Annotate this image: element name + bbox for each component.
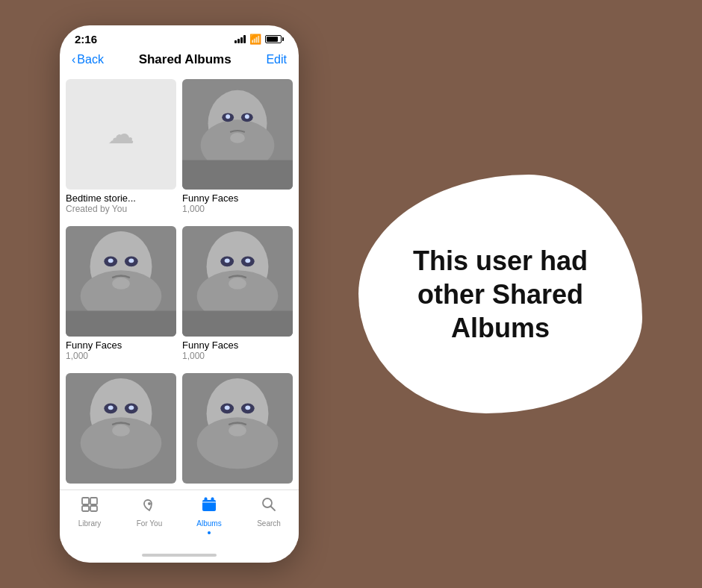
svg-rect-50 [211,498,214,501]
svg-rect-48 [202,500,216,511]
home-bar [142,554,217,557]
baby-face-svg-3 [182,226,293,337]
album-item[interactable]: ☁ Bedtime storie... Created by You [66,79,176,220]
tab-library[interactable]: Library [60,496,119,534]
search-icon [260,496,278,517]
svg-point-32 [108,405,114,410]
album-sub: 1,000 [66,351,176,361]
svg-point-33 [128,405,134,410]
svg-point-47 [148,502,151,505]
nav-bar: ‹ Back Shared Albums Edit [60,49,299,73]
album-thumbnail-empty: ☁ [66,79,176,190]
svg-point-24 [245,258,250,263]
tab-for-you[interactable]: For You [119,496,179,534]
album-item[interactable] [182,373,293,490]
album-sub: 1,000 [182,204,293,214]
tab-search-label: Search [257,519,281,528]
svg-point-42 [229,425,246,437]
svg-rect-8 [182,160,293,190]
albums-grid: ☁ Bedtime storie... Created by You [60,73,299,490]
album-item[interactable]: Funny Faces 1,000 [66,226,176,367]
tab-albums[interactable]: Albums [179,496,239,534]
album-thumbnail [66,373,176,484]
page-title: Shared Albums [139,52,232,67]
svg-point-23 [225,258,230,263]
svg-line-52 [271,507,276,511]
blob-text: This user had other Shared Albums [381,244,620,345]
svg-point-34 [112,425,130,437]
svg-rect-26 [182,310,293,337]
back-button[interactable]: ‹ Back [72,53,104,66]
tab-for-you-label: For You [137,519,162,528]
album-item[interactable] [66,373,176,490]
album-item[interactable]: Funny Faces 1,000 [182,226,293,367]
album-thumbnail [182,79,293,190]
album-item[interactable]: Funny Faces 1,000 [182,79,293,220]
album-sub: Created by You [66,204,176,214]
album-sub: 1,000 [182,351,293,361]
baby-face-svg-2 [66,226,176,337]
chevron-left-icon: ‹ [72,53,75,66]
tab-albums-label: Albums [196,519,221,528]
battery-icon [265,35,284,43]
wifi-icon: 📶 [249,34,261,45]
album-name: Funny Faces [182,340,293,351]
svg-point-15 [128,258,134,263]
tab-bar: Library For You Albums [60,490,299,542]
active-dot [208,531,211,534]
album-name: Funny Faces [182,193,293,204]
status-bar: 2:16 📶 [60,25,299,49]
for-you-icon [140,496,158,517]
album-thumbnail [66,226,176,337]
album-name: Bedtime storie... [66,193,176,204]
svg-rect-46 [90,506,97,511]
tab-library-label: Library [78,519,102,528]
edit-button[interactable]: Edit [266,53,287,66]
svg-point-6 [245,114,249,119]
svg-point-41 [245,405,250,410]
svg-point-14 [108,258,114,263]
home-indicator [60,542,299,563]
album-thumbnail [182,226,293,337]
cloud-icon: ☁ [108,119,134,150]
album-name: Funny Faces [66,340,176,351]
tab-search[interactable]: Search [239,496,299,534]
svg-rect-45 [82,506,89,511]
svg-rect-49 [205,498,207,501]
svg-point-7 [230,133,245,143]
svg-point-16 [112,278,130,290]
albums-icon [200,496,218,517]
blob-shape: This user had other Shared Albums [358,175,642,413]
svg-point-40 [225,405,230,410]
svg-rect-44 [90,498,97,504]
svg-rect-17 [66,310,176,337]
baby-face-svg-5 [182,373,293,484]
library-icon [81,496,99,517]
status-time: 2:16 [75,33,97,46]
phone-mockup: 2:16 📶 ‹ Back Shared Albums Edit [60,25,299,563]
back-label: Back [77,53,104,66]
baby-face-svg-4 [66,373,176,484]
svg-point-25 [229,278,246,290]
baby-face-svg [182,79,293,190]
svg-rect-43 [82,498,89,504]
album-thumbnail [182,373,293,484]
svg-point-5 [226,114,230,119]
signal-icon [234,35,246,43]
status-icons: 📶 [234,34,284,45]
